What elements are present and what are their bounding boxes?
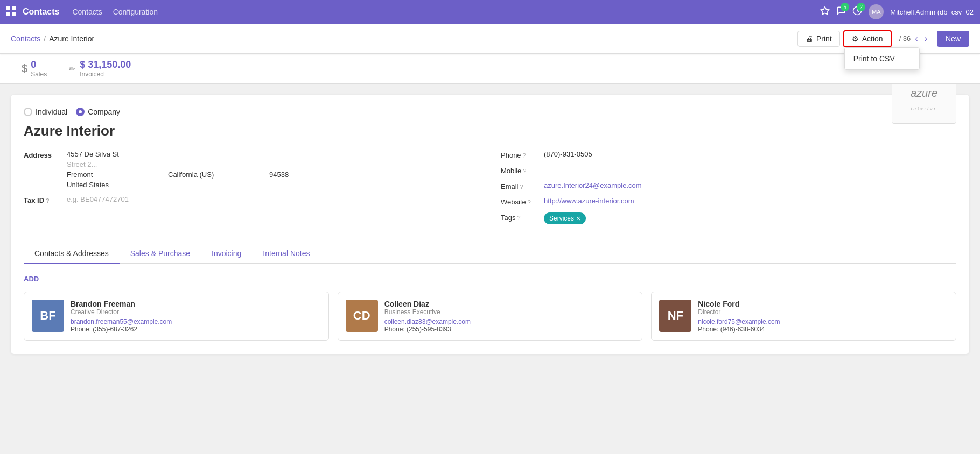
print-button[interactable]: 🖨 Print	[797, 31, 840, 47]
email-value[interactable]: azure.Interior24@example.com	[544, 181, 642, 189]
address-label: Address	[24, 150, 67, 159]
logo-text: azure— interior —	[902, 87, 946, 112]
taxid-value[interactable]: e.g. BE0477472701	[67, 195, 129, 203]
pager: / 36 ‹ ›	[899, 33, 929, 45]
tab-sales-label: Sales & Purchase	[130, 249, 190, 258]
tab-contacts-addresses[interactable]: Contacts & Addresses	[24, 244, 120, 264]
tab-notes-label: Internal Notes	[263, 249, 310, 258]
contact-email-0[interactable]: brandon.freeman55@example.com	[71, 318, 321, 325]
address-field: Address 4557 De Silva St Street 2... Fre…	[24, 150, 479, 189]
contact-name-1[interactable]: Colleen Diaz	[384, 300, 635, 308]
tab-sales-purchase[interactable]: Sales & Purchase	[120, 244, 201, 264]
edit-icon: ✏	[69, 65, 75, 73]
address-country[interactable]: United States	[67, 181, 312, 189]
stat-bar: $ 0 Sales ✏ $ 31,150.00 Invoiced	[0, 54, 980, 84]
address-zip[interactable]: 94538	[269, 171, 312, 179]
individual-radio-label[interactable]: Individual	[24, 108, 67, 116]
tab-invoicing-label: Invoicing	[212, 249, 241, 258]
contact-title-1: Business Executive	[384, 308, 635, 316]
svg-rect-0	[6, 6, 10, 10]
menu-configuration[interactable]: Configuration	[113, 8, 158, 16]
invoiced-amount: $ 31,150.00	[80, 59, 131, 70]
fields-right: Phone? (870)-931-0505 Mobile? Email? azu…	[501, 150, 956, 231]
taxid-field: Tax ID? e.g. BE0477472701	[24, 195, 479, 204]
add-contact-link[interactable]: ADD	[24, 275, 956, 283]
contact-card-2: NF Nicole Ford Director nicole.ford75@ex…	[651, 292, 956, 341]
fields-left: Address 4557 De Silva St Street 2... Fre…	[24, 150, 479, 231]
tab-internal-notes[interactable]: Internal Notes	[252, 244, 320, 264]
address-block: 4557 De Silva St Street 2... Fremont Cal…	[67, 150, 312, 189]
action-button[interactable]: ⚙ Action	[844, 31, 891, 46]
tags-container: Services ×	[544, 212, 586, 224]
company-radio-label[interactable]: Company	[76, 108, 120, 116]
contact-info-1: Colleen Diaz Business Executive colleen.…	[384, 300, 635, 333]
company-name[interactable]: Azure Interior	[24, 123, 956, 139]
action-dropdown: Print to CSV	[844, 47, 920, 70]
print-label: Print	[816, 34, 832, 43]
print-to-csv-item[interactable]: Print to CSV	[845, 50, 919, 67]
tabs: Contacts & Addresses Sales & Purchase In…	[24, 244, 956, 264]
company-label: Company	[88, 108, 120, 116]
phone-field: Phone? (870)-931-0505	[501, 150, 956, 159]
address-line2[interactable]: Street 2...	[67, 160, 312, 168]
breadcrumb-parent[interactable]: Contacts	[11, 34, 40, 43]
star-icon[interactable]	[820, 6, 830, 18]
contact-name-2[interactable]: Nicole Ford	[698, 300, 948, 308]
pager-prev[interactable]: ‹	[913, 33, 920, 45]
grid-icon[interactable]	[6, 6, 16, 18]
pager-next[interactable]: ›	[922, 33, 929, 45]
tag-services: Services ×	[544, 212, 586, 224]
breadcrumb-separator: /	[44, 34, 46, 43]
contact-title-0: Creative Director	[71, 308, 321, 316]
avatar[interactable]: MA	[869, 4, 884, 19]
topnav-right: 5 2 MA Mitchell Admin (db_csv_02	[820, 4, 974, 19]
contact-card-1: CD Colleen Diaz Business Executive colle…	[338, 292, 643, 341]
tags-label: Tags?	[501, 212, 544, 222]
contact-email-1[interactable]: colleen.diaz83@example.com	[384, 318, 635, 325]
contact-phone-1: Phone: (255)-595-8393	[384, 325, 635, 333]
contact-phone-0: Phone: (355)-687-3262	[71, 325, 321, 333]
breadcrumb: Contacts / Azure Interior	[11, 34, 94, 43]
address-state[interactable]: California (US)	[168, 171, 265, 179]
website-label: Website?	[501, 197, 544, 206]
company-radio[interactable]	[76, 108, 85, 116]
contact-avatar-0: BF	[32, 300, 64, 332]
print-icon: 🖨	[806, 34, 813, 43]
top-navigation: Contacts Contacts Configuration 5 2 MA M…	[0, 0, 980, 24]
action-label: Action	[862, 34, 883, 43]
tags-field: Tags? Services ×	[501, 212, 956, 224]
fields-container: Address 4557 De Silva St Street 2... Fre…	[24, 150, 956, 231]
menu-contacts[interactable]: Contacts	[72, 8, 102, 16]
tag-remove-icon[interactable]: ×	[576, 214, 580, 223]
clock-icon[interactable]: 2	[852, 6, 862, 18]
svg-rect-2	[6, 12, 10, 16]
action-bar-right: 🖨 Print ⚙ Action Print to CSV / 36 ‹ › N…	[797, 30, 969, 47]
invoiced-label: Invoiced	[80, 70, 131, 78]
breadcrumb-current: Azure Interior	[49, 34, 94, 43]
address-city[interactable]: Fremont	[67, 171, 164, 179]
svg-marker-4	[821, 7, 829, 15]
record-card: azure— interior — Individual Company Azu…	[11, 95, 969, 354]
contact-title-2: Director	[698, 308, 948, 316]
tab-contacts-label: Contacts & Addresses	[34, 249, 109, 258]
phone-value[interactable]: (870)-931-0505	[544, 150, 592, 158]
contact-avatar-1: CD	[346, 300, 378, 332]
svg-rect-1	[12, 6, 16, 10]
contact-name-0[interactable]: Brandon Freeman	[71, 300, 321, 308]
contact-email-2[interactable]: nicole.ford75@example.com	[698, 318, 948, 325]
clock-badge: 2	[857, 3, 865, 11]
address-line1[interactable]: 4557 De Silva St	[67, 150, 312, 158]
new-button[interactable]: New	[937, 31, 969, 47]
main-content: azure— interior — Individual Company Azu…	[0, 84, 980, 454]
website-value[interactable]: http://www.azure-interior.com	[544, 197, 634, 205]
contact-info-0: Brandon Freeman Creative Director brando…	[71, 300, 321, 333]
tab-invoicing[interactable]: Invoicing	[201, 244, 252, 264]
mobile-field: Mobile?	[501, 166, 956, 175]
contact-phone-2: Phone: (946)-638-6034	[698, 325, 948, 333]
individual-radio[interactable]	[24, 108, 32, 116]
contact-avatar-2: NF	[659, 300, 691, 332]
app-name: Contacts	[23, 7, 59, 17]
type-toggle: Individual Company	[24, 108, 892, 116]
chat-badge: 5	[841, 3, 849, 11]
chat-icon[interactable]: 5	[836, 6, 846, 18]
